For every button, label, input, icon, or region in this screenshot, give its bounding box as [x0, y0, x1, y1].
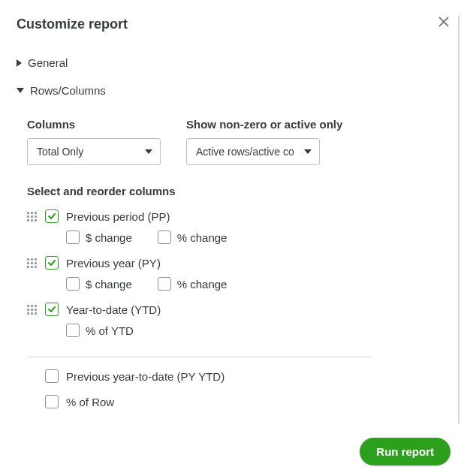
reorder-columns-label: Select and reorder columns: [27, 185, 447, 197]
columns-select-value: Total Only: [37, 146, 83, 158]
checkbox-pp-percent-change[interactable]: [158, 230, 171, 244]
columns-select[interactable]: Total Only: [27, 138, 161, 165]
checkbox-percent-of-ytd[interactable]: [66, 324, 80, 337]
close-icon[interactable]: [437, 15, 450, 29]
column-item-label: Year-to-date (YTD): [66, 303, 161, 316]
drag-handle-icon[interactable]: [27, 258, 38, 268]
extra-option-label: % of Row: [66, 396, 114, 408]
checkbox-py-percent-change[interactable]: [158, 277, 171, 291]
drag-handle-icon[interactable]: [27, 305, 38, 315]
chevron-down-icon: [17, 88, 24, 93]
checkbox-py-ytd[interactable]: [45, 369, 59, 383]
divider: [27, 357, 372, 357]
checkbox-percent-of-row[interactable]: [45, 395, 59, 408]
section-rows-columns[interactable]: Rows/Columns: [17, 77, 447, 104]
sub-option-label: $ change: [86, 278, 132, 291]
nonzero-label: Show non-zero or active only: [186, 118, 447, 131]
sub-option-label: % change: [177, 231, 227, 244]
checkbox-previous-year[interactable]: [45, 256, 59, 270]
checkbox-py-dollar-change[interactable]: [66, 277, 80, 291]
nonzero-select-value: Active rows/active co: [196, 146, 294, 158]
checkbox-pp-dollar-change[interactable]: [66, 230, 80, 244]
column-item-label: Previous period (PP): [66, 210, 170, 223]
drag-handle-icon[interactable]: [27, 212, 38, 221]
checkbox-year-to-date[interactable]: [45, 303, 59, 316]
section-general[interactable]: General: [17, 49, 447, 77]
sub-option-label: % of YTD: [86, 324, 134, 337]
column-item-label: Previous year (PY): [66, 257, 161, 270]
column-item: Previous year (PY): [27, 256, 447, 270]
column-item: Year-to-date (YTD): [27, 303, 447, 316]
caret-down-icon: [145, 149, 152, 154]
section-rows-columns-label: Rows/Columns: [30, 84, 106, 97]
section-general-label: General: [28, 56, 68, 69]
scrollbar-track[interactable]: [458, 15, 459, 424]
panel-title: Customize report: [17, 17, 447, 32]
caret-down-icon: [304, 149, 312, 154]
column-item: Previous period (PP): [27, 209, 447, 223]
sub-option-label: $ change: [86, 231, 132, 244]
extra-option-label: Previous year-to-date (PY YTD): [66, 370, 224, 383]
checkbox-previous-period[interactable]: [45, 209, 59, 223]
nonzero-select[interactable]: Active rows/active co: [186, 138, 320, 165]
run-report-button[interactable]: Run report: [360, 438, 450, 465]
columns-label: Columns: [27, 118, 161, 131]
chevron-right-icon: [17, 59, 22, 67]
sub-option-label: % change: [177, 278, 227, 291]
